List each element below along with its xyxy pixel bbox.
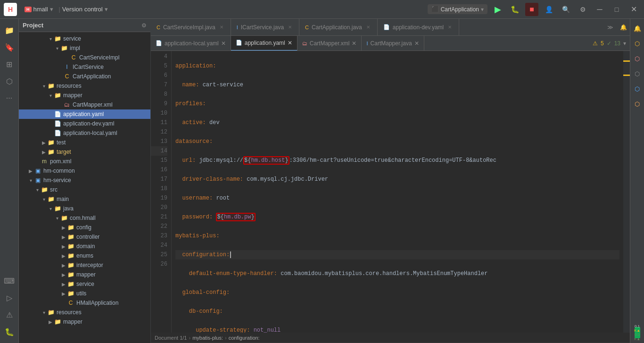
tree-item-cartmapper-xml[interactable]: 🗂 CartMapper.xml xyxy=(19,100,150,109)
breadcrumb-mybatis: mybatis-plus: xyxy=(192,335,223,341)
search-button[interactable]: 🔍 xyxy=(559,3,572,16)
tree-item-application-dev-yaml[interactable]: 📄 application-dev.yaml xyxy=(19,119,150,128)
tab-close-button[interactable]: ✕ xyxy=(218,24,225,31)
line-num: 19 xyxy=(151,193,167,203)
close-button[interactable]: ✕ xyxy=(627,3,640,16)
minimize-button[interactable]: ─ xyxy=(593,3,606,16)
tree-item-main[interactable]: ▾ 📁 main xyxy=(19,194,150,204)
item-label: hm-common xyxy=(43,167,75,174)
maximize-button[interactable]: □ xyxy=(610,3,623,16)
tree-item-hmall-application[interactable]: C HMallApplication xyxy=(19,298,150,308)
right-notifications-button[interactable]: 🔔 xyxy=(632,23,643,34)
tab-label: application-local.yaml xyxy=(165,40,219,47)
tab-cartapplication[interactable]: C CartApplication.java ✕ xyxy=(299,19,378,36)
more-button[interactable]: ··· xyxy=(2,91,17,106)
tree-item-mapper[interactable]: ▾ 📁 mapper xyxy=(19,91,150,100)
tree-item-utils[interactable]: ▶ 📁 utils xyxy=(19,289,150,298)
tree-item-resources[interactable]: ▾ 📁 resources xyxy=(19,81,150,91)
problems-button[interactable]: ⚠ xyxy=(2,307,17,322)
git-button[interactable]: ⬡ xyxy=(2,74,17,89)
tree-item-application-yaml[interactable]: 📄 application.yaml xyxy=(19,109,150,119)
tree-item-com-hmall[interactable]: ▾ 📁 com.hmall xyxy=(19,213,150,223)
account-button[interactable]: 👤 xyxy=(542,3,555,16)
tab-app-yaml-active[interactable]: 📄 application.yaml ✕ xyxy=(231,36,297,51)
tab-close-button[interactable]: ✕ xyxy=(221,40,226,47)
project-label: hmall xyxy=(33,6,48,13)
structure-button[interactable]: ⊞ xyxy=(2,57,17,72)
folder-arrow: ▶ xyxy=(60,234,67,240)
run-button[interactable]: ▶ xyxy=(491,3,504,16)
tab-close-button[interactable]: ✕ xyxy=(288,40,292,46)
item-label: config xyxy=(76,224,91,231)
right-git-button[interactable]: ⬡ xyxy=(632,38,643,49)
gear-icon[interactable]: ⚙ xyxy=(141,22,147,29)
run-config-label: CartApplication xyxy=(441,6,479,13)
tabs-bar-row2: 📄 application-local.yaml ✕ 📄 application… xyxy=(151,36,630,51)
tab-close-button[interactable]: ✕ xyxy=(365,24,372,31)
tree-item-enums[interactable]: ▶ 📁 enums xyxy=(19,251,150,260)
tree-item-target[interactable]: ▶ 📁 target xyxy=(19,147,150,157)
project-view-button[interactable]: 📁 xyxy=(2,23,17,38)
tree-item-controller[interactable]: ▶ 📁 controller xyxy=(19,232,150,242)
tree-item-mapper3[interactable]: ▶ 📁 mapper xyxy=(19,317,150,326)
run-console-button[interactable]: ▷ xyxy=(2,290,17,305)
right-database-button[interactable]: ⬡ xyxy=(632,53,643,64)
tree-item-mapper2[interactable]: ▶ 📁 mapper xyxy=(19,270,150,279)
tree-item-cartapplication[interactable]: C CartApplication xyxy=(19,72,150,81)
tab-icartservice[interactable]: I ICartService.java ✕ xyxy=(231,19,299,36)
tab-app-local-yaml[interactable]: 📄 application-local.yaml ✕ xyxy=(151,36,231,51)
line-num: 10 xyxy=(151,109,167,118)
tree-item-application-local-yaml[interactable]: 📄 application-local.yaml xyxy=(19,128,150,138)
tab-close-button[interactable]: ✕ xyxy=(414,40,419,47)
bookmarks-button[interactable]: 🔖 xyxy=(2,40,17,55)
line-num: 6 xyxy=(151,71,167,80)
folder-arrow: ▾ xyxy=(41,196,47,202)
tree-item-interceptor[interactable]: ▶ 📁 interceptor xyxy=(19,260,150,270)
item-label: target xyxy=(57,149,71,155)
tree-item-test[interactable]: ▶ 📁 test xyxy=(19,138,150,147)
item-label: mapper xyxy=(63,92,83,99)
settings-button[interactable]: ⚙ xyxy=(576,3,589,16)
debug-console-button[interactable]: 🐛 xyxy=(2,324,17,339)
expand-icon[interactable]: ▾ xyxy=(623,40,626,47)
folder-arrow: ▾ xyxy=(47,205,54,212)
tree-item-domain[interactable]: ▶ 📁 domain xyxy=(19,242,150,251)
terminal-button[interactable]: ⌨ xyxy=(2,273,17,288)
tree-item-config[interactable]: ▶ 📁 config xyxy=(19,223,150,232)
tab-close-button[interactable]: ✕ xyxy=(287,24,293,31)
tab-cartmapper-xml[interactable]: 🗂 CartMapper.xml ✕ xyxy=(297,36,362,51)
tree-item-hm-service[interactable]: ▾ ▣ hm-service xyxy=(19,176,150,185)
right-plugin2-button[interactable]: ⬡ xyxy=(632,98,643,109)
code-editor[interactable]: application: name: cart-service profiles… xyxy=(172,51,623,333)
notifications-button[interactable]: 🔔 xyxy=(617,24,630,31)
tree-item-resources2[interactable]: ▾ 📁 resources xyxy=(19,308,150,317)
tabs-overflow-button[interactable]: ≫ xyxy=(603,24,617,31)
tree-item-hm-common[interactable]: ▶ ▣ hm-common xyxy=(19,166,150,176)
tab-cartserviceimpl[interactable]: C CartServiceImpl.java ✕ xyxy=(151,19,231,36)
run-configuration[interactable]: ⬛ CartApplication ▾ xyxy=(428,4,487,14)
project-title: Project xyxy=(23,22,140,29)
tab-label: CartServiceImpl.java xyxy=(163,24,215,31)
tree-item-java[interactable]: ▾ 📁 java xyxy=(19,204,150,213)
stop-button[interactable]: ■ xyxy=(525,3,538,16)
tab-cartmapper-java[interactable]: I CartMapper.java ✕ xyxy=(362,36,424,51)
right-terminal-button[interactable]: ⬡ xyxy=(632,68,643,79)
line-num: 4 xyxy=(151,52,167,61)
project-name[interactable]: H hmall ▾ xyxy=(21,4,57,15)
version-control[interactable]: Version control ▾ xyxy=(62,6,108,13)
tree-item-service2[interactable]: ▶ 📁 service xyxy=(19,279,150,289)
tree-item-service[interactable]: ▾ 📁 service xyxy=(19,34,150,43)
tree-item-src[interactable]: ▾ 📁 src xyxy=(19,185,150,194)
debug-button[interactable]: 🐛 xyxy=(508,3,521,16)
right-plugin1-button[interactable]: ⬡ xyxy=(632,83,643,94)
java-icon: C xyxy=(63,73,71,80)
tree-item-icartservice[interactable]: I ICartService xyxy=(19,62,150,72)
tab-close-button[interactable]: ✕ xyxy=(446,24,453,31)
tab-close-button[interactable]: ✕ xyxy=(352,40,356,47)
tab-app-dev-yaml[interactable]: 📄 application-dev.yaml ✕ xyxy=(378,19,460,36)
tree-item-pom[interactable]: m pom.xml xyxy=(19,157,150,166)
editor-warnings: ⚠ 5 ✓ 13 ▾ xyxy=(589,40,630,47)
folder-icon: 📁 xyxy=(67,252,74,259)
tree-item-impl[interactable]: ▾ 📁 impl xyxy=(19,43,150,53)
tree-item-cartserviceimpl[interactable]: C CartServiceImpl xyxy=(19,53,150,62)
